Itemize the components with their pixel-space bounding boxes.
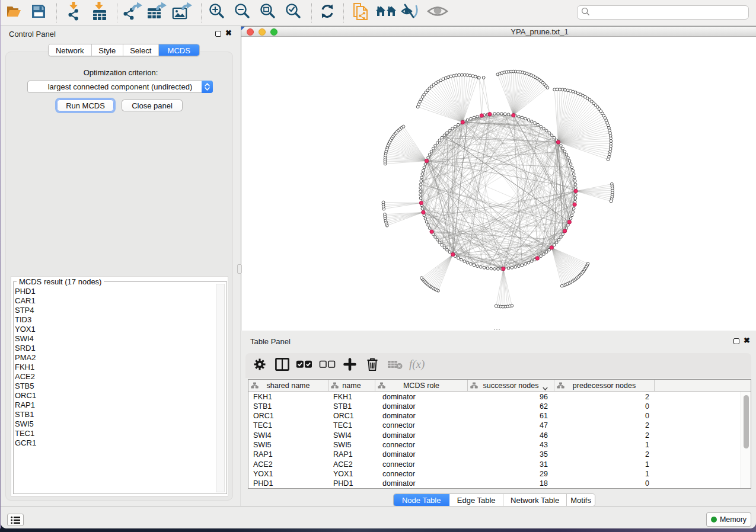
vertical-splitter-grip[interactable]	[237, 264, 242, 274]
mcds-result-item[interactable]: PHD1	[15, 287, 36, 296]
mcds-result-item[interactable]: CAR1	[15, 296, 36, 306]
mcds-result-item[interactable]: TEC1	[15, 429, 36, 438]
cell-name: STB1	[333, 402, 352, 411]
columns-icon[interactable]	[275, 358, 289, 373]
window-minimize-icon[interactable]	[259, 28, 266, 36]
horizontal-splitter-grip[interactable]	[493, 328, 501, 331]
mcds-result-item[interactable]: SWI5	[15, 419, 36, 429]
mcds-result-item[interactable]: RAP1	[15, 400, 36, 410]
mcds-result-item[interactable]: YOX1	[15, 325, 36, 334]
mcds-result-list[interactable]: PHD1CAR1STP4TID3YOX1SWI4SRD1PMA2FKH1ACE2…	[15, 287, 36, 448]
memory-button[interactable]: Memory	[706, 512, 751, 527]
search-box[interactable]	[577, 5, 749, 20]
zoom-fit-icon[interactable]	[259, 2, 276, 23]
table-row[interactable]: ACE2 ACE2 connector 31 1	[248, 459, 751, 469]
tab-select[interactable]: Select	[123, 44, 159, 56]
tab-mcds[interactable]: MCDS	[159, 44, 200, 56]
window-maximize-icon[interactable]	[270, 28, 277, 36]
cell-successor-nodes: 62	[468, 402, 548, 411]
table-row[interactable]: RAP1 RAP1 dominator 35 2	[248, 450, 751, 459]
import-table-icon[interactable]	[91, 2, 108, 23]
cell-predecessor-nodes: 2	[554, 450, 649, 459]
export-image-icon[interactable]	[172, 2, 192, 23]
column-header-predecessor-nodes[interactable]: predecessor nodes	[554, 380, 655, 391]
table-row[interactable]: SWI5 SWI5 connector 43 1	[248, 440, 751, 450]
tab-node-table[interactable]: Node Table	[394, 494, 449, 506]
mcds-result-item[interactable]: SWI4	[15, 334, 36, 344]
mcds-result-item[interactable]: STB1	[15, 410, 36, 419]
close-panel-button[interactable]: Close panel	[122, 100, 183, 111]
tab-style[interactable]: Style	[92, 44, 124, 56]
select-all-icon[interactable]	[296, 360, 312, 371]
refresh-icon[interactable]	[318, 2, 336, 23]
cell-predecessor-nodes: 0	[554, 412, 649, 420]
ring-nodes-layer[interactable]	[382, 70, 614, 308]
table-row[interactable]: YOX1 YOX1 connector 29 1	[248, 469, 751, 478]
homes-icon[interactable]	[375, 2, 397, 23]
mcds-result-item[interactable]: ACE2	[15, 372, 36, 382]
table-row[interactable]: ORC1 ORC1 dominator 61 0	[248, 411, 751, 421]
run-mcds-button[interactable]: Run MCDS	[57, 100, 114, 111]
search-input[interactable]	[592, 7, 748, 18]
control-panel-close-button[interactable]: ✖	[225, 30, 232, 36]
column-header-successor-nodes[interactable]: successor nodes	[468, 380, 554, 391]
export-table-icon[interactable]	[146, 2, 167, 23]
export-network-icon[interactable]	[122, 2, 142, 23]
open-session-icon[interactable]	[5, 2, 24, 23]
save-session-icon[interactable]	[30, 2, 47, 23]
scrollbar-thumb[interactable]	[744, 395, 749, 448]
import-network-icon[interactable]	[66, 2, 82, 23]
column-header-MCDS-role[interactable]: MCDS role	[375, 380, 468, 391]
hide-details-icon[interactable]	[401, 2, 421, 23]
column-header-name[interactable]: name	[328, 380, 375, 391]
table-row[interactable]: FKH1 FKH1 dominator 96 2	[248, 392, 751, 401]
tab-motifs[interactable]: Motifs	[567, 494, 595, 506]
column-header-label: name	[328, 382, 375, 390]
float-window-icon	[215, 31, 221, 37]
cell-shared-name: FKH1	[253, 393, 272, 401]
column-header-shared-name[interactable]: shared name	[248, 380, 328, 391]
cell-successor-nodes: 29	[468, 470, 548, 478]
table-row[interactable]: TEC1 TEC1 connector 47 2	[248, 421, 751, 430]
task-history-button[interactable]	[7, 514, 24, 526]
tab-edge-table[interactable]: Edge Table	[449, 494, 503, 506]
tab-network-table[interactable]: Network Table	[503, 494, 567, 506]
network-canvas[interactable]	[241, 37, 756, 331]
table-row[interactable]: STB1 STB1 dominator 62 0	[248, 401, 751, 411]
window-close-icon[interactable]	[247, 28, 254, 36]
gear-icon[interactable]	[253, 358, 266, 373]
show-details-icon[interactable]	[427, 2, 448, 23]
delete-icon[interactable]	[366, 357, 378, 374]
tab-network[interactable]: Network	[49, 44, 92, 56]
network-window-titlebar[interactable]: YPA_prune.txt_1	[241, 27, 756, 37]
mcds-result-item[interactable]: STB5	[15, 382, 36, 391]
mcds-result-item[interactable]: TID3	[15, 315, 36, 325]
table-row[interactable]: SWI4 SWI4 dominator 46 2	[248, 430, 751, 440]
deselect-all-icon[interactable]	[319, 360, 336, 371]
cell-name: TEC1	[333, 421, 352, 430]
add-icon[interactable]	[343, 358, 356, 373]
column-header-label: MCDS role	[375, 382, 467, 390]
network-share-icon[interactable]	[352, 1, 371, 24]
mcds-result-item[interactable]: GCR1	[15, 438, 36, 448]
node-table-scrollbar[interactable]	[741, 392, 751, 488]
mcds-result-item[interactable]: PMA2	[15, 353, 36, 363]
table-panel-float-button[interactable]	[733, 338, 739, 344]
zoom-in-icon[interactable]	[208, 2, 225, 23]
optimization-criterion-value: largest connected component (undirected)	[48, 82, 193, 91]
task-list-icon	[11, 516, 21, 524]
cell-name: PHD1	[333, 479, 353, 488]
optimization-criterion-select[interactable]: largest connected component (undirected)	[27, 81, 213, 93]
mcds-result-item[interactable]: SRD1	[15, 344, 36, 353]
mcds-result-item[interactable]: FKH1	[15, 363, 36, 372]
zoom-out-icon[interactable]	[233, 2, 251, 23]
mcds-result-scrollbar[interactable]	[216, 284, 225, 492]
table-panel-close-button[interactable]: ✖	[744, 338, 750, 344]
mcds-result-item[interactable]: ORC1	[15, 391, 36, 400]
control-panel-float-button[interactable]	[215, 31, 221, 37]
node-table-header: shared name name MCDS role successor nod…	[248, 380, 751, 392]
table-tab-bar: Node TableEdge TableNetwork TableMotifs	[393, 493, 595, 507]
mcds-result-item[interactable]: STP4	[15, 306, 36, 315]
zoom-selected-icon[interactable]	[284, 2, 302, 23]
table-row[interactable]: PHD1 PHD1 dominator 18 0	[248, 479, 751, 488]
